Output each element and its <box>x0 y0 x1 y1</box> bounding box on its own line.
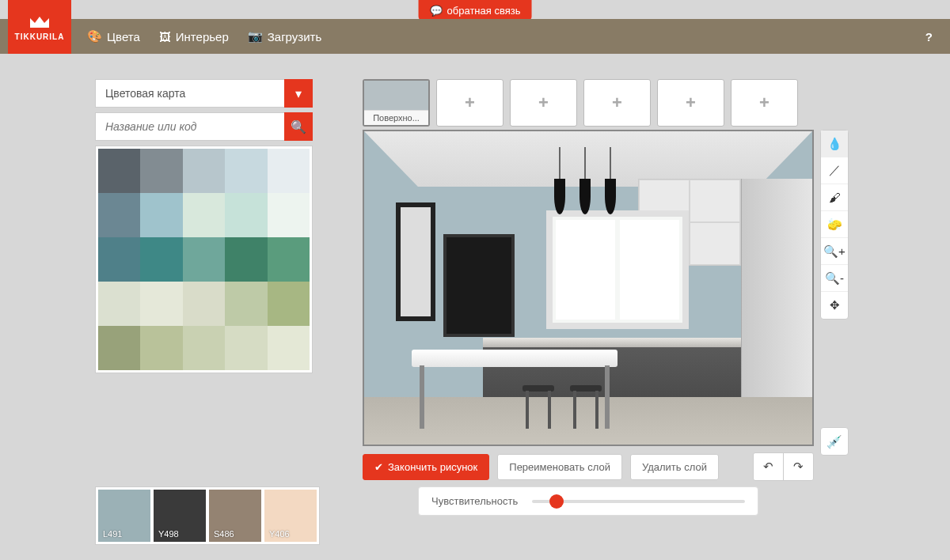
swatch-code: S486 <box>214 529 234 539</box>
chevron-down-icon: ▾ <box>295 86 302 101</box>
nav-upload[interactable]: 📷 Загрузить <box>248 29 322 44</box>
undo-icon: ↶ <box>763 460 773 473</box>
camera-icon: 📷 <box>248 29 263 44</box>
color-swatch[interactable] <box>183 237 225 282</box>
tool-zoom-in[interactable]: 🔍+ <box>821 238 848 265</box>
help-button[interactable]: ? <box>925 30 933 44</box>
tool-zoom-out[interactable]: 🔍- <box>821 265 848 292</box>
selected-swatch[interactable]: Y406 <box>264 490 317 542</box>
redo-button[interactable]: ↷ <box>784 453 813 480</box>
surface-thumb <box>364 81 428 110</box>
rename-layer-button[interactable]: Переименовать слой <box>497 454 622 480</box>
surface-tab-add[interactable]: + <box>657 79 724 127</box>
selected-swatch[interactable]: L491 <box>98 490 150 542</box>
undo-redo-group: ↶ ↷ <box>753 452 814 481</box>
pendant-lamps <box>554 179 616 214</box>
surface-tab-active[interactable]: Поверхно... <box>363 79 430 127</box>
sensitivity-slider[interactable] <box>532 500 745 503</box>
swatch-code: Y406 <box>269 529 290 539</box>
surface-tab-add[interactable]: + <box>436 79 504 127</box>
color-swatch[interactable] <box>225 149 267 193</box>
color-swatch[interactable] <box>140 326 182 370</box>
nav-colors-label: Цвета <box>107 30 140 44</box>
selected-swatch[interactable]: Y498 <box>154 490 206 542</box>
color-swatch[interactable] <box>98 326 140 370</box>
nav-colors[interactable]: 🎨 Цвета <box>87 29 140 44</box>
selected-colors: L491Y498S486Y406 <box>95 486 320 545</box>
tool-brush[interactable]: 🖌 <box>821 184 848 211</box>
finish-drawing-button[interactable]: ✔ Закончить рисунок <box>363 454 489 480</box>
color-swatch[interactable] <box>225 237 267 282</box>
surface-tab-add[interactable]: + <box>731 79 798 127</box>
plus-icon: + <box>437 80 503 126</box>
search-button[interactable]: 🔍 <box>284 112 313 141</box>
zoom-in-icon: 🔍+ <box>823 244 846 259</box>
color-swatch[interactable] <box>98 237 140 282</box>
color-swatch[interactable] <box>140 193 182 237</box>
comment-icon: 💬 <box>430 5 443 17</box>
color-swatch[interactable] <box>268 326 310 370</box>
color-swatch[interactable] <box>268 193 310 237</box>
tool-eyedropper[interactable]: 💉 <box>820 427 849 456</box>
sensitivity-label: Чувствительность <box>431 495 518 507</box>
color-swatch[interactable] <box>183 149 225 193</box>
undo-button[interactable]: ↶ <box>754 453 784 480</box>
color-swatch[interactable] <box>183 193 225 237</box>
plus-icon: + <box>732 80 797 126</box>
dropdown-toggle[interactable]: ▾ <box>284 79 313 108</box>
plus-icon: + <box>584 80 650 126</box>
selected-swatch[interactable]: S486 <box>209 490 261 542</box>
window <box>546 210 689 329</box>
move-icon: ✥ <box>830 298 840 312</box>
color-swatch[interactable] <box>140 149 182 193</box>
color-swatch[interactable] <box>98 149 140 193</box>
crown-icon <box>28 13 51 29</box>
image-icon: 🖼 <box>159 30 171 44</box>
nav-interior[interactable]: 🖼 Интерьер <box>159 29 229 44</box>
nav-interior-label: Интерьер <box>176 30 229 44</box>
oven <box>443 234 515 337</box>
tool-move[interactable]: ✥ <box>821 292 848 319</box>
tool-eraser[interactable]: 🧽 <box>821 211 848 238</box>
tool-line[interactable]: ／ <box>821 157 848 184</box>
color-swatch[interactable] <box>140 282 182 326</box>
color-swatch[interactable] <box>268 237 310 282</box>
brand-text: TIKKURILA <box>15 32 65 41</box>
color-swatch[interactable] <box>225 282 267 326</box>
color-swatch[interactable] <box>225 193 267 237</box>
color-map-dropdown[interactable]: Цветовая карта <box>95 79 284 108</box>
color-swatch[interactable] <box>268 149 310 193</box>
nav-upload-label: Загрузить <box>268 30 322 44</box>
eraser-icon: 🧽 <box>827 218 842 232</box>
droplet-icon: 💧 <box>827 137 842 151</box>
color-swatch[interactable] <box>268 282 310 326</box>
color-swatch[interactable] <box>225 326 267 370</box>
search-icon: 🔍 <box>291 119 306 134</box>
plus-icon: + <box>658 80 724 126</box>
sensitivity-control: Чувствительность <box>418 486 758 516</box>
color-swatch[interactable] <box>140 237 182 282</box>
finish-label: Закончить рисунок <box>388 461 477 473</box>
surface-tabs: Поверхно... + + + + + <box>363 79 798 127</box>
delete-layer-button[interactable]: Удалить слой <box>630 454 719 480</box>
check-icon: ✔ <box>374 461 383 473</box>
top-nav: TIKKURILA 🎨 Цвета 🖼 Интерьер 📷 Загрузить… <box>0 19 950 54</box>
feedback-button[interactable]: 💬 обратная связь <box>419 0 532 21</box>
surface-tab-add[interactable]: + <box>510 79 577 127</box>
stool <box>522 385 554 429</box>
tool-toolbar: 💧 ／ 🖌 🧽 🔍+ 🔍- ✥ <box>820 130 849 320</box>
brand-logo[interactable]: TIKKURILA <box>8 0 71 54</box>
plus-icon: + <box>511 80 576 126</box>
room-canvas[interactable] <box>363 130 814 446</box>
color-search-input[interactable] <box>95 112 284 141</box>
color-swatch[interactable] <box>183 326 225 370</box>
line-icon: ／ <box>829 163 841 178</box>
zoom-out-icon: 🔍- <box>825 271 844 286</box>
color-swatch[interactable] <box>98 193 140 237</box>
tool-fill[interactable]: 💧 <box>821 131 848 157</box>
color-swatch[interactable] <box>183 282 225 326</box>
color-swatch[interactable] <box>98 282 140 326</box>
surface-tab-add[interactable]: + <box>583 79 651 127</box>
color-panel: Цветовая карта ▾ 🔍 <box>95 79 313 373</box>
slider-thumb[interactable] <box>549 494 564 509</box>
